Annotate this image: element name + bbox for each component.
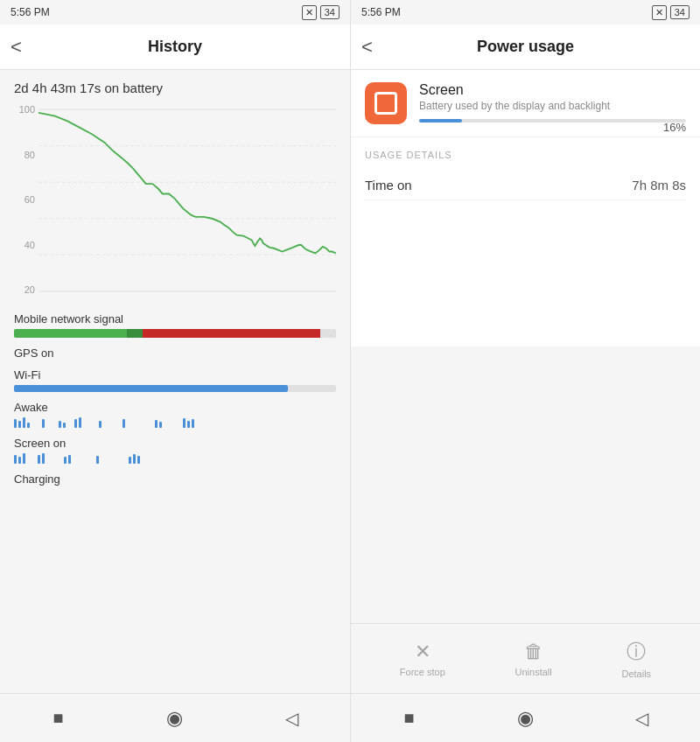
uninstall-label: Uninstall <box>515 667 552 677</box>
usage-details-title: USAGE DETAILS <box>365 150 686 160</box>
awake-bar <box>23 417 25 428</box>
charging-label: Charging <box>14 472 336 486</box>
screen-on-bar <box>64 457 66 464</box>
right-home-icon: ◉ <box>517 707 534 730</box>
dark-green-segment <box>127 329 143 338</box>
right-home-button[interactable]: ◉ <box>510 703 542 734</box>
left-bottom-nav: ■ ◉ ◁ <box>0 693 350 742</box>
right-content: Screen Battery used by the display and b… <box>351 70 700 346</box>
screen-card-wrapper: Screen Battery used by the display and b… <box>351 70 700 137</box>
left-time: 5:56 PM <box>10 6 50 18</box>
chart-label-60: 60 <box>14 194 38 205</box>
left-back-button[interactable]: < <box>10 36 38 59</box>
right-title: Power usage <box>389 38 662 56</box>
chart-area <box>38 104 336 297</box>
left-title: History <box>38 38 312 56</box>
awake-bar <box>74 419 77 428</box>
screen-icon-inner <box>374 92 397 115</box>
right-status-bar: 5:56 PM ✕ 34 <box>351 0 700 24</box>
force-stop-icon: ✕ <box>415 640 430 663</box>
screen-on-bar <box>96 456 99 464</box>
wifi-bar-bg <box>14 385 336 392</box>
battery-chart: 100 80 60 40 20 <box>14 104 336 297</box>
right-spacer <box>351 346 700 623</box>
awake-bar <box>192 419 194 428</box>
time-on-label: Time on <box>365 178 412 192</box>
screen-on-bar <box>68 455 71 464</box>
awake-bar <box>187 421 190 428</box>
awake-bar <box>63 423 66 428</box>
left-square-button[interactable]: ■ <box>43 703 74 734</box>
uninstall-icon: 🗑 <box>524 640 543 663</box>
right-status-right: ✕ 34 <box>652 5 690 20</box>
left-toolbar: < History <box>0 24 350 70</box>
left-home-button[interactable]: ◉ <box>159 703 191 734</box>
awake-bar <box>159 422 162 428</box>
left-square-icon: ■ <box>53 708 64 728</box>
charging-section: Charging <box>14 472 336 486</box>
awake-bar <box>99 421 102 428</box>
awake-bar <box>122 419 125 428</box>
screen-on-bar <box>129 457 131 464</box>
wifi-section: Wi-Fi <box>14 368 336 392</box>
force-stop-button[interactable]: ✕ Force stop <box>400 640 445 677</box>
screen-description: Battery used by the display and backligh… <box>419 100 686 112</box>
battery-svg <box>38 104 336 297</box>
usage-bar-bg <box>419 119 686 122</box>
battery-duration: 2d 4h 43m 17s on battery <box>14 80 336 95</box>
screen-on-section: Screen on <box>14 437 336 464</box>
mobile-network-label: Mobile network signal <box>14 312 336 326</box>
awake-bar <box>59 421 61 428</box>
mobile-network-section: Mobile network signal <box>14 312 336 338</box>
right-square-button[interactable]: ■ <box>394 703 425 734</box>
mobile-network-bar <box>14 329 336 338</box>
right-back-button[interactable]: < <box>361 36 389 59</box>
left-back-nav-button[interactable]: ◁ <box>276 703 307 734</box>
uninstall-button[interactable]: 🗑 Uninstall <box>515 640 552 677</box>
screen-on-bar <box>137 456 140 464</box>
details-button[interactable]: ⓘ Details <box>621 639 651 679</box>
force-stop-label: Force stop <box>400 667 445 677</box>
wifi-bar-fill <box>14 385 288 392</box>
wifi-label: Wi-Fi <box>14 368 336 382</box>
right-square-icon: ■ <box>403 708 414 728</box>
right-back-nav-button[interactable]: ◁ <box>626 703 658 734</box>
awake-bar <box>27 423 30 428</box>
left-status-right: ✕ 34 <box>302 5 340 20</box>
details-label: Details <box>621 668 651 679</box>
awake-bar <box>18 421 21 428</box>
left-content: 2d 4h 43m 17s on battery 100 80 60 40 20 <box>0 70 350 693</box>
awake-label: Awake <box>14 401 336 414</box>
green-segment <box>14 329 127 338</box>
usage-details-section: USAGE DETAILS Time on 7h 8m 8s <box>351 137 700 200</box>
right-bottom-actions: ✕ Force stop 🗑 Uninstall ⓘ Details <box>351 623 700 693</box>
right-back-nav-icon: ◁ <box>635 708 648 729</box>
screen-on-bar <box>23 453 25 464</box>
screen-icon <box>365 82 407 124</box>
left-home-icon: ◉ <box>166 707 183 730</box>
chart-label-100: 100 <box>14 104 38 115</box>
left-x-icon: ✕ <box>302 5 317 20</box>
screen-on-bars <box>14 453 336 464</box>
gps-section: GPS on <box>14 346 336 360</box>
right-toolbar: < Power usage <box>351 24 700 70</box>
time-on-value: 7h 8m 8s <box>632 178 686 192</box>
usage-bar-fill <box>419 119 462 122</box>
left-back-nav-icon: ◁ <box>285 708 298 729</box>
left-panel: 5:56 PM ✕ 34 < History 2d 4h 43m 17s on … <box>0 0 350 742</box>
red-segment <box>143 329 319 338</box>
screen-on-bar <box>14 455 17 464</box>
chart-label-40: 40 <box>14 240 38 250</box>
right-x-icon: ✕ <box>652 5 667 20</box>
awake-section: Awake <box>14 401 336 428</box>
awake-bar <box>42 419 45 428</box>
chart-y-labels: 100 80 60 40 20 <box>14 104 38 297</box>
awake-bar <box>155 420 158 428</box>
details-icon: ⓘ <box>626 639 646 665</box>
left-status-bar: 5:56 PM ✕ 34 <box>0 0 350 24</box>
awake-bar <box>79 417 81 428</box>
awake-bars <box>14 417 336 428</box>
time-on-row: Time on 7h 8m 8s <box>365 171 686 200</box>
right-panel: 5:56 PM ✕ 34 < Power usage Screen Batter… <box>350 0 700 742</box>
right-time: 5:56 PM <box>361 6 401 18</box>
